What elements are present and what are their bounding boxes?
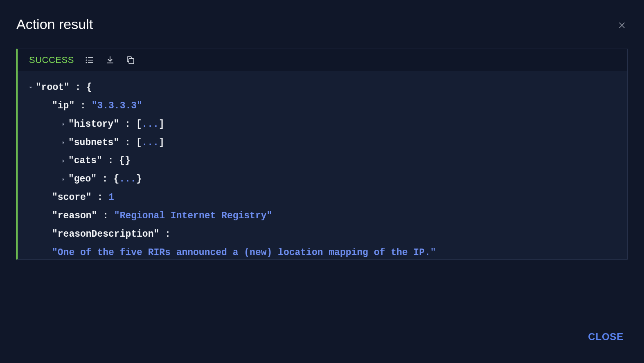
close-button[interactable]: CLOSE bbox=[588, 331, 624, 343]
json-viewer[interactable]: "root" : { "ip" : "3.3.3.3" "history" : … bbox=[18, 71, 627, 259]
json-key: "root" bbox=[36, 78, 70, 97]
json-key: "reasonDescription" bbox=[52, 225, 159, 244]
svg-point-4 bbox=[86, 62, 86, 63]
json-row-subnets[interactable]: "subnets" : [...] bbox=[27, 134, 618, 152]
json-value: 1 bbox=[108, 188, 114, 207]
json-brace: { bbox=[86, 78, 92, 97]
json-key: "geo" bbox=[68, 170, 97, 188]
result-panel: SUCCESS bbox=[16, 49, 628, 260]
json-row-cats[interactable]: "cats" : {} bbox=[27, 152, 618, 170]
json-row-root[interactable]: "root" : { bbox=[27, 78, 618, 97]
json-row-reason[interactable]: "reason" : "Regional Internet Registry" bbox=[27, 207, 618, 225]
caret-right-icon[interactable] bbox=[59, 122, 68, 127]
json-brace: {} bbox=[119, 152, 131, 170]
svg-point-0 bbox=[86, 57, 86, 58]
svg-point-2 bbox=[86, 60, 86, 60]
json-key: "subnets" bbox=[68, 134, 119, 152]
svg-rect-6 bbox=[129, 58, 134, 64]
json-value: "3.3.3.3" bbox=[92, 97, 142, 115]
json-value: "Regional Internet Registry" bbox=[114, 207, 272, 225]
copy-icon[interactable] bbox=[126, 55, 135, 65]
result-panel-header: SUCCESS bbox=[18, 49, 627, 71]
caret-right-icon[interactable] bbox=[59, 159, 68, 164]
json-value: "One of the five RIRs announced a (new) … bbox=[52, 244, 436, 259]
modal-footer: CLOSE bbox=[16, 323, 628, 347]
json-row-reason-description-key[interactable]: "reasonDescription" : bbox=[27, 225, 618, 244]
json-key: "score" bbox=[52, 188, 92, 207]
action-result-modal: Action result SUCCESS bbox=[0, 0, 644, 363]
modal-header: Action result bbox=[16, 16, 628, 32]
download-icon[interactable] bbox=[105, 55, 115, 65]
modal-title: Action result bbox=[16, 16, 93, 32]
json-row-history[interactable]: "history" : [...] bbox=[27, 115, 618, 134]
json-key: "cats" bbox=[68, 152, 102, 170]
status-badge: SUCCESS bbox=[29, 55, 74, 65]
json-row-score[interactable]: "score" : 1 bbox=[27, 188, 618, 207]
list-icon[interactable] bbox=[85, 55, 95, 65]
json-row-geo[interactable]: "geo" : {...} bbox=[27, 170, 618, 188]
json-key: "history" bbox=[68, 115, 119, 134]
json-key: "reason" bbox=[52, 207, 97, 225]
close-icon[interactable] bbox=[616, 20, 628, 31]
json-row-reason-description-val[interactable]: "One of the five RIRs announced a (new) … bbox=[27, 244, 618, 259]
json-row-ip[interactable]: "ip" : "3.3.3.3" bbox=[27, 97, 618, 115]
caret-down-icon[interactable] bbox=[27, 85, 35, 90]
caret-right-icon[interactable] bbox=[59, 140, 68, 145]
caret-right-icon[interactable] bbox=[59, 177, 68, 182]
json-key: "ip" bbox=[52, 97, 74, 115]
